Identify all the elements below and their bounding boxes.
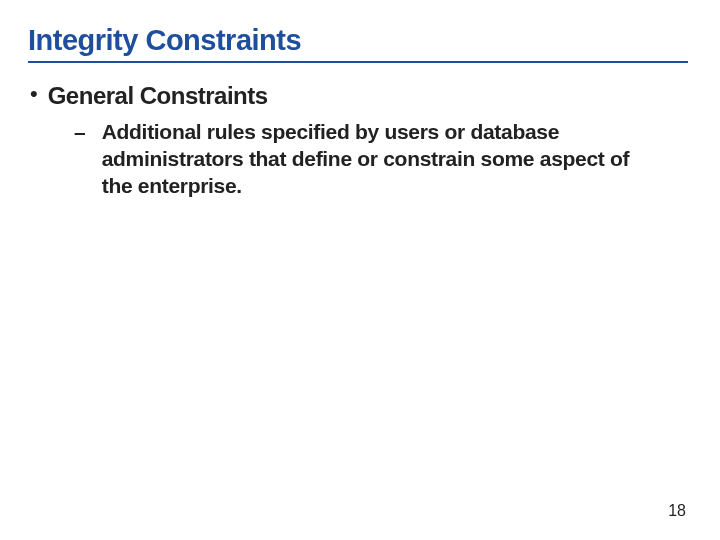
slide-title: Integrity Constraints [28, 24, 688, 63]
bullet-level-1: • General Constraints [28, 81, 692, 111]
bullet-l2-text: Additional rules specified by users or d… [102, 119, 652, 200]
bullet-dot-icon: • [30, 81, 38, 107]
bullet-dash-icon: – [74, 119, 86, 145]
bullet-level-2: – Additional rules specified by users or… [74, 119, 652, 200]
bullet-l1-text: General Constraints [48, 81, 268, 111]
slide: Integrity Constraints • General Constrai… [0, 0, 720, 540]
page-number: 18 [668, 502, 686, 520]
